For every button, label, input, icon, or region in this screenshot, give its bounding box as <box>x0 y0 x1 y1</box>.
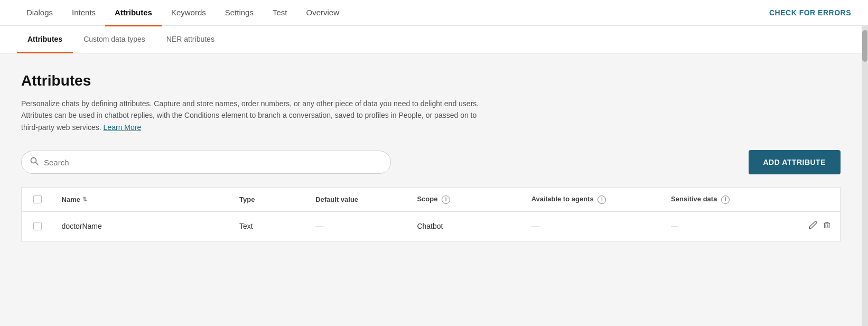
table-header-row: Name ⇅ Type Default value Scope i Availa… <box>22 188 841 212</box>
table-row: doctorName Text — Chatbot — — <box>22 211 841 241</box>
svg-rect-2 <box>825 223 829 228</box>
row-name-cell: doctorName <box>53 211 231 241</box>
search-add-row: ADD ATTRIBUTE <box>21 150 841 174</box>
row-default-cell: — <box>307 211 408 241</box>
nav-items: Dialogs Intents Attributes Keywords Sett… <box>17 0 349 26</box>
col-header-type: Type <box>231 188 307 212</box>
col-header-default: Default value <box>307 188 408 212</box>
available-info-icon[interactable]: i <box>598 195 606 204</box>
col-header-name: Name ⇅ <box>53 188 231 212</box>
learn-more-link[interactable]: Learn More <box>104 123 142 132</box>
search-wrapper <box>21 151 391 174</box>
select-all-checkbox[interactable] <box>33 195 42 203</box>
delete-icon[interactable] <box>822 220 832 232</box>
col-header-scope: Scope i <box>408 188 522 212</box>
nav-attributes[interactable]: Attributes <box>105 1 162 26</box>
scrollbar-track[interactable] <box>862 26 868 326</box>
search-input[interactable] <box>44 158 382 167</box>
sensitive-info-icon[interactable]: i <box>721 195 730 204</box>
nav-dialogs[interactable]: Dialogs <box>17 1 62 26</box>
add-attribute-button[interactable]: ADD ATTRIBUTE <box>749 150 841 174</box>
scrollbar-thumb[interactable] <box>862 30 867 62</box>
content-area: Attributes Personalize chats by defining… <box>0 53 862 263</box>
row-type-cell: Text <box>231 211 307 241</box>
main-content: Attributes Custom data types NER attribu… <box>0 26 862 326</box>
col-header-sensitive: Sensitive data i <box>662 188 789 212</box>
check-errors-button[interactable]: CHECK FOR ERRORS <box>769 8 851 17</box>
name-sort-icon[interactable]: ⇅ <box>82 196 87 203</box>
page-wrapper: Attributes Custom data types NER attribu… <box>0 26 868 326</box>
subtab-ner-attributes[interactable]: NER attributes <box>156 26 225 53</box>
nav-settings[interactable]: Settings <box>216 1 263 26</box>
row-actions-cell <box>789 211 840 241</box>
nav-test[interactable]: Test <box>263 1 297 26</box>
attributes-table: Name ⇅ Type Default value Scope i Availa… <box>21 187 841 241</box>
row-scope-cell: Chatbot <box>408 211 522 241</box>
top-nav: Dialogs Intents Attributes Keywords Sett… <box>0 0 868 26</box>
svg-line-1 <box>36 163 38 165</box>
subtab-custom-data-types[interactable]: Custom data types <box>73 26 156 53</box>
subtab-attributes[interactable]: Attributes <box>17 26 73 53</box>
sub-tabs: Attributes Custom data types NER attribu… <box>0 26 862 53</box>
col-header-actions <box>789 188 840 212</box>
search-icon <box>30 157 39 167</box>
row-sensitive-cell: — <box>662 211 789 241</box>
page-description: Personalize chats by defining attributes… <box>21 98 486 133</box>
nav-overview[interactable]: Overview <box>296 1 349 26</box>
edit-icon[interactable] <box>808 220 818 232</box>
nav-keywords[interactable]: Keywords <box>162 1 216 26</box>
col-header-available: Available to agents i <box>523 188 662 212</box>
scope-info-icon[interactable]: i <box>442 195 450 204</box>
row-checkbox[interactable] <box>33 222 42 230</box>
page-title: Attributes <box>21 72 841 89</box>
row-available-cell: — <box>523 211 662 241</box>
nav-intents[interactable]: Intents <box>62 1 105 26</box>
col-header-checkbox <box>22 188 53 212</box>
row-checkbox-cell <box>22 211 53 241</box>
